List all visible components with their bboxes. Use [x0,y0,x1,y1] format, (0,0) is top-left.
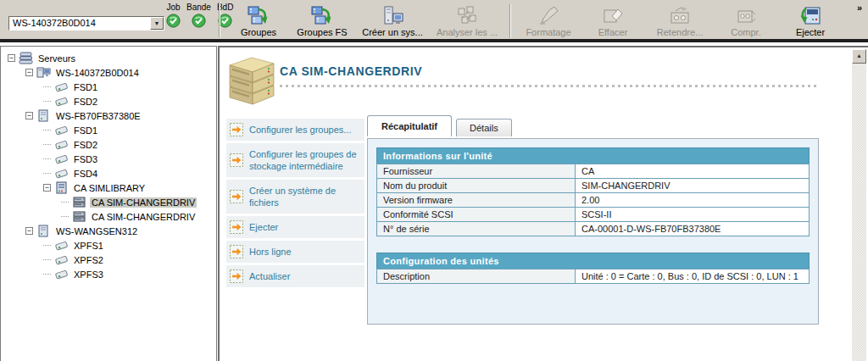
toolbar-button-format: Formatage [515,2,581,41]
disk-icon [54,81,70,93]
tree-connector [43,101,51,102]
tree-item-ws-140372b0d014[interactable]: −WS-140372B0D014 [1,65,216,80]
tree-expander-minus[interactable]: − [25,227,33,235]
tree-item-fsd1[interactable]: FSD1 [1,123,216,137]
tree-item-xpfs1[interactable]: XPFS1 [1,238,216,253]
tree-item-label[interactable]: CA SIM-CHANGERDRIV [90,197,197,208]
tree-item-label[interactable]: XPFS1 [72,241,105,251]
disk-icon [54,138,70,151]
table-row: FournisseurCA [377,164,810,179]
disk-icon [54,95,70,108]
chevron-down-icon[interactable]: ▼ [150,17,164,30]
tree-connector [43,130,51,131]
action-cr-er-un-syst-me-de-fichiers[interactable]: Créer un système de fichiers [226,180,364,214]
tree-item-ca-sim-changerdriv[interactable]: CA SIM-CHANGERDRIV [1,209,216,224]
tree-item-fsd2[interactable]: FSD2 [1,94,216,108]
tree-item-label[interactable]: WS-FB70FB37380E [54,111,142,121]
toolbar-button-groups[interactable]: Groupes [229,2,288,41]
unit-config-header: Configuration des unités [376,253,810,269]
tree-item-ca-sim-changerdriv[interactable]: CA SIM-CHANGERDRIV [1,195,216,209]
table-row: Nom du produitSIM-CHANGERDRIV [377,179,810,193]
toolbar-button-label: Analyser les ... [437,27,498,37]
table-row: N° de sérieCA-00001-D-WS-FB70FB37380E [377,222,810,236]
tree-item-label[interactable]: XPFS3 [72,269,105,280]
action-label: Actualiser [249,270,290,282]
orange-arrow-icon [230,269,243,283]
tree-item-label[interactable]: FSD1 [72,125,99,136]
erase-icon [602,4,624,27]
orange-arrow-icon [230,153,243,167]
vertical-scrollbar[interactable]: ▲ [852,49,866,361]
changer-drive-icon [72,210,87,223]
action-label: Configurer les groupes... [249,124,351,136]
action-hors-ligne[interactable]: Hors ligne [226,241,364,263]
status-job: Job [166,3,181,30]
table-row: DescriptionUnité : 0 = Carte : 0, Bus : … [377,269,810,284]
create-filesystem-icon [381,4,403,27]
server-icon [36,109,52,122]
format-icon [537,4,559,27]
action-label: Ejecter [249,221,278,233]
tree-item-fsd1[interactable]: FSD1 [1,80,216,94]
toolbar-separator [509,4,511,38]
tree-item-label[interactable]: Serveurs [36,53,77,64]
row-label: Version firmware [377,193,576,208]
tree-item-xpfs3[interactable]: XPFS3 [1,267,216,281]
disk-icon [54,268,70,280]
action-label: Hors ligne [249,246,292,258]
tab-details[interactable]: Détails [456,119,512,136]
tree-item-label[interactable]: FSD4 [72,169,99,179]
status-label: Job [166,3,180,12]
tree-item-label[interactable]: FSD1 [72,82,99,92]
tree-item-fsd4[interactable]: FSD4 [1,166,216,180]
library-icon [54,181,70,194]
unit-info-table: FournisseurCANom du produitSIM-CHANGERDR… [376,164,810,236]
toolbar-button-label: Compr. [731,27,760,37]
row-value: 2.00 [576,193,810,208]
toolbar-button-erase: Effacer [581,2,644,41]
tree-item-ws-fb70fb37380e[interactable]: −WS-FB70FB37380E [1,108,216,123]
action-configurer-les-groupes-de-stoc[interactable]: Configurer les groupes de stockage inter… [226,143,364,177]
tree-expander-minus[interactable]: − [8,54,15,62]
tree-item-label[interactable]: WS-140372B0D014 [54,68,141,78]
tree-connector [43,158,51,159]
tree-item-ca-simlibrary[interactable]: −CA SIMLIBRARY [1,180,216,195]
tree-expander-minus[interactable]: − [25,69,33,76]
tree-item-label[interactable]: FSD2 [72,97,99,107]
status-label: Bande [186,3,211,12]
row-value: CA-00001-D-WS-FB70FB37380E [576,222,810,236]
action-label: Créer un système de fichiers [249,185,363,208]
tree-expander-minus[interactable]: − [25,112,33,119]
toolbar-overflow-button[interactable]: » [857,3,862,13]
tape-drive-icon [227,56,276,112]
toolbar-button-groups-fs[interactable]: Groupes FS [288,2,356,41]
tree-item-xpfs2[interactable]: XPFS2 [1,253,216,267]
tree-item-label[interactable]: FSD2 [72,140,99,150]
tree-item-fsd2[interactable]: FSD2 [1,137,216,152]
tree-item-label[interactable]: XPFS2 [72,255,105,265]
tree-item-fsd3[interactable]: FSD3 [1,152,216,166]
action-actualiser[interactable]: Actualiser [226,265,364,287]
tab-recapitulatif[interactable]: Récapitulatif [367,115,452,136]
toolbar: WS-140372B0D014 ▼ JobBandeBdD GroupesGro… [0,0,868,42]
tree-item-ws-wangsen312[interactable]: −WS-WANGSEN312 [1,224,216,238]
tree-expander-minus[interactable]: − [43,184,51,192]
row-value: SCSI-II [576,208,810,222]
tree-item-label[interactable]: CA SIM-CHANGERDRIV [90,212,197,222]
server-selector[interactable]: WS-140372B0D014 ▼ [8,16,164,31]
tree-connector [43,144,51,145]
toolbar-button-eject[interactable]: Ejecter [776,2,844,41]
scroll-up-icon[interactable]: ▲ [852,49,866,64]
tree-item-label[interactable]: CA SIMLIBRARY [72,183,147,193]
action-configurer-les-groupes-[interactable]: Configurer les groupes... [226,119,364,141]
action-ejecter[interactable]: Ejecter [226,216,364,238]
tree-connector [43,173,51,174]
toolbar-button-retension: Retendre... [644,2,715,41]
toolbar-buttons: GroupesGroupes FSCréer un sys...Analyser… [229,2,844,41]
tree-item-label[interactable]: WS-WANGSEN312 [54,226,139,236]
tree-item-label[interactable]: FSD3 [72,154,99,164]
orange-arrow-icon [230,123,243,136]
tree-connector [43,259,51,260]
toolbar-button-create-filesystem[interactable]: Créer un sys... [356,2,429,41]
tree-item-serveurs[interactable]: −Serveurs [1,51,216,65]
